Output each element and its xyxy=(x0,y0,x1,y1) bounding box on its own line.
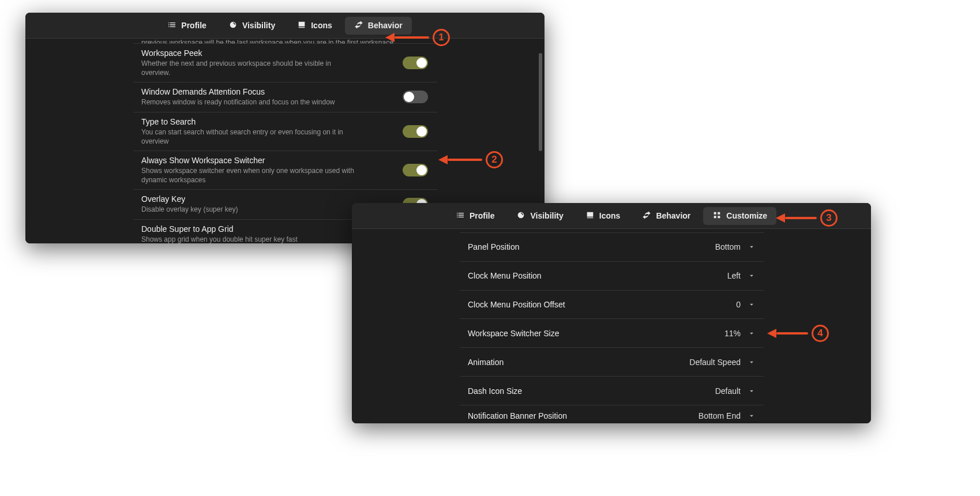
row-title: Always Show Workspace Switcher xyxy=(141,156,429,165)
customize-icon xyxy=(712,211,722,221)
arrow-line xyxy=(785,217,817,219)
row-subtitle: You can start search without search entr… xyxy=(141,127,361,146)
toggle-knob xyxy=(416,58,427,68)
settings-window-customize: Profile Visibility Icons Behavior Custom… xyxy=(352,203,871,423)
toggle-window-demands-attention[interactable] xyxy=(403,91,428,103)
toggle-knob xyxy=(416,165,427,175)
profile-icon xyxy=(167,20,177,31)
row-subtitle: Disable overlay key (super key) xyxy=(141,205,361,214)
tab-label: Icons xyxy=(599,211,621,220)
toggle-knob xyxy=(404,92,414,102)
tab-icons[interactable]: Icons xyxy=(288,17,341,35)
row-title: Clock Menu Position xyxy=(468,271,542,280)
annotation-arrow-2: 2 xyxy=(438,151,503,168)
row-title: Animation xyxy=(468,358,504,367)
row-value-wrap: Default xyxy=(715,386,756,396)
tab-label: Profile xyxy=(181,21,206,30)
row-subtitle: Shows workspace switcher even when only … xyxy=(141,166,361,185)
row-panel-position[interactable]: Panel Position Bottom xyxy=(460,232,764,261)
visibility-icon xyxy=(516,211,525,221)
annotation-badge-2: 2 xyxy=(486,151,503,168)
stage: Profile Visibility Icons Behavior previo… xyxy=(0,0,980,496)
tab-visibility[interactable]: Visibility xyxy=(507,207,572,225)
row-title: Notification Banner Position xyxy=(468,411,567,420)
scrollbar-thumb[interactable] xyxy=(539,53,542,151)
toggle-type-to-search[interactable] xyxy=(403,125,428,138)
tab-label: Visibility xyxy=(242,21,275,30)
icons-icon xyxy=(297,20,306,31)
row-title: Panel Position xyxy=(468,242,520,251)
row-value: 11% xyxy=(724,329,741,338)
row-value-wrap: 0 xyxy=(736,300,756,309)
tab-icons[interactable]: Icons xyxy=(576,207,630,225)
row-dash-icon-size[interactable]: Dash Icon Size Default xyxy=(460,376,764,405)
tab-label: Behavior xyxy=(656,211,690,220)
row-value: Bottom End xyxy=(699,411,741,420)
profile-icon xyxy=(456,211,465,221)
row-title: Workspace Switcher Size xyxy=(468,329,559,338)
row-subtitle: Removes window is ready notification and… xyxy=(141,97,361,107)
tab-bar: Profile Visibility Icons Behavior xyxy=(25,13,545,39)
tab-label: Visibility xyxy=(530,211,563,220)
row-notification-banner-position[interactable]: Notification Banner Position Bottom End xyxy=(460,405,764,423)
tab-label: Customize xyxy=(726,211,767,220)
row-title: Dash Icon Size xyxy=(468,386,522,396)
chevron-down-icon xyxy=(748,329,756,337)
tab-visibility[interactable]: Visibility xyxy=(219,17,284,35)
row-value-wrap: Bottom xyxy=(715,242,756,251)
row-value: Default xyxy=(715,386,741,396)
row-value-wrap: Left xyxy=(727,271,756,280)
arrow-head-icon xyxy=(438,155,448,164)
tab-label: Profile xyxy=(470,211,495,220)
annotation-arrow-3: 3 xyxy=(776,209,838,227)
row-value-wrap: Bottom End xyxy=(699,411,756,420)
chevron-down-icon xyxy=(748,272,756,280)
toggle-workspace-peek[interactable] xyxy=(403,57,428,69)
row-value: 0 xyxy=(736,300,741,309)
arrow-head-icon xyxy=(385,33,395,42)
arrow-line xyxy=(448,159,482,161)
row-title: Clock Menu Position Offset xyxy=(468,300,565,309)
annotation-arrow-4: 4 xyxy=(767,325,829,342)
tab-customize[interactable]: Customize xyxy=(703,207,776,225)
row-window-demands-attention: Window Demands Attention Focus Removes w… xyxy=(133,82,437,111)
toggle-always-show-workspace-switcher[interactable] xyxy=(403,164,428,176)
row-value-wrap: 11% xyxy=(724,329,756,338)
tab-behavior[interactable]: Behavior xyxy=(633,207,700,225)
row-subtitle: Whether the next and previous workspace … xyxy=(141,59,361,77)
chevron-down-icon xyxy=(748,387,756,395)
row-title: Workspace Peek xyxy=(141,48,429,58)
row-value-wrap: Default Speed xyxy=(689,358,756,367)
tab-label: Icons xyxy=(311,21,332,30)
left-gutter xyxy=(25,39,133,243)
chevron-down-icon xyxy=(748,358,756,366)
row-title: Window Demands Attention Focus xyxy=(141,87,429,96)
arrow-head-icon xyxy=(767,329,776,338)
row-animation[interactable]: Animation Default Speed xyxy=(460,347,764,376)
row-title: Type to Search xyxy=(141,117,429,126)
row-value: Bottom xyxy=(715,242,741,251)
arrow-line xyxy=(395,36,429,39)
row-title: Overlay Key xyxy=(141,194,429,204)
arrow-line xyxy=(776,332,808,335)
annotation-badge-1: 1 xyxy=(433,29,450,46)
visibility-icon xyxy=(228,20,238,31)
left-gutter xyxy=(352,229,460,423)
tab-profile[interactable]: Profile xyxy=(446,207,504,225)
row-workspace-switcher-size[interactable]: Workspace Switcher Size 11% xyxy=(460,318,764,347)
row-always-show-workspace-switcher: Always Show Workspace Switcher Shows wor… xyxy=(133,151,437,189)
row-clock-menu-position-offset[interactable]: Clock Menu Position Offset 0 xyxy=(460,290,764,319)
annotation-badge-3: 3 xyxy=(820,209,838,227)
annotation-badge-4: 4 xyxy=(812,325,829,342)
row-value: Default Speed xyxy=(689,358,741,367)
tab-profile[interactable]: Profile xyxy=(158,17,216,35)
row-subtitle: Shows app grid when you double hit super… xyxy=(141,235,361,244)
behavior-icon xyxy=(354,20,363,31)
toggle-knob xyxy=(416,126,427,137)
row-clock-menu-position[interactable]: Clock Menu Position Left xyxy=(460,261,764,290)
row-value: Left xyxy=(727,271,741,280)
annotation-arrow-1: 1 xyxy=(385,29,450,46)
behavior-icon xyxy=(642,211,651,221)
arrow-head-icon xyxy=(776,213,785,223)
icons-icon xyxy=(585,211,595,221)
